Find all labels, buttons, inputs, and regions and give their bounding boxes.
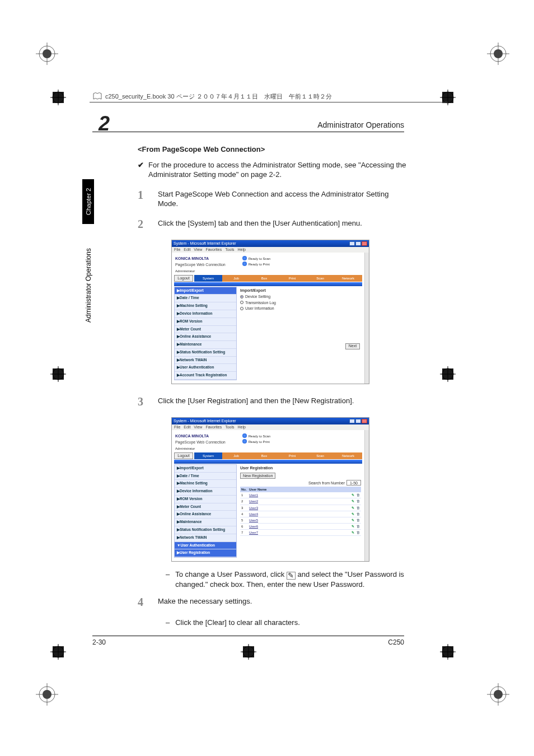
checkmark-icon: ✔	[138, 160, 144, 180]
logo-wc: PageScope Web Connection	[175, 262, 226, 267]
logout-button[interactable]: Logout	[174, 452, 193, 459]
subheading: <From PageScope Web Connection>	[138, 144, 406, 155]
minimize-icon	[349, 241, 355, 246]
table-row: 7User7✎🗑	[240, 529, 361, 535]
book-icon	[93, 92, 102, 101]
delete-icon[interactable]: 🗑	[357, 519, 360, 522]
pencil-icon: ✎	[287, 572, 296, 580]
screenshot-2: System - Microsoft Internet Explorer Fil…	[171, 417, 369, 562]
page-footer: 2-30 C250	[92, 636, 404, 646]
window-controls[interactable]	[349, 241, 367, 246]
edit-icon[interactable]: ✎	[352, 531, 354, 534]
step4-num: 4	[138, 595, 149, 610]
radio-transmission-log[interactable]: Transmission Log	[240, 300, 361, 305]
step3-num: 3	[138, 394, 149, 409]
range-select[interactable]: 1-50	[346, 480, 361, 486]
step3-text: Click the [User Registration] and then t…	[158, 394, 354, 409]
delete-icon[interactable]: 🗑	[357, 493, 360, 497]
edit-icon[interactable]: ✎	[352, 512, 354, 516]
step1-text: Start PageScope Web Connection and acces…	[158, 188, 406, 209]
panel-heading: Import/Export	[240, 288, 361, 293]
section-title: Administrator Operations	[317, 120, 404, 129]
side-tab-chapter: Chapter 2	[82, 179, 94, 224]
sub3a-text: To change a User Password, click ✎ and s…	[175, 570, 406, 589]
check-text: For the procedure to access the Administ…	[148, 160, 406, 180]
scrollbar[interactable]	[364, 253, 369, 384]
sub4a-dash: –	[166, 618, 170, 628]
delete-icon[interactable]: 🗑	[357, 525, 360, 528]
table-row: 4User4✎🗑	[240, 511, 361, 517]
next-button[interactable]: Next	[345, 343, 360, 349]
edit-icon[interactable]: ✎	[352, 506, 354, 510]
radio-device-setting[interactable]: Device Setting	[240, 294, 361, 299]
cropmark-tl	[50, 90, 66, 105]
user-table: No.User Name 1User1✎🗑 2User2✎🗑 3User3✎🗑 …	[240, 487, 361, 536]
running-header: c250_security_E.book 30 ページ ２００７年４月１１日 水…	[90, 91, 448, 102]
win-title: System - Microsoft Internet Explorer	[174, 241, 236, 246]
tab-box[interactable]: Box	[250, 275, 278, 282]
tab-print[interactable]: Print	[278, 275, 306, 282]
delete-icon[interactable]: 🗑	[357, 531, 360, 534]
delete-icon[interactable]: 🗑	[357, 512, 360, 516]
edit-icon[interactable]: ✎	[352, 525, 354, 528]
step2-text: Click the [System] tab and then the [Use…	[158, 217, 362, 232]
new-registration-button[interactable]: New Registration	[240, 473, 275, 479]
status-icon-print	[242, 262, 247, 266]
panel-heading: User Registration	[240, 465, 273, 470]
page-number: 2-30	[92, 638, 106, 646]
search-label: Search from Number	[308, 480, 345, 486]
maximize-icon	[355, 241, 361, 246]
delete-icon[interactable]: 🗑	[357, 506, 360, 510]
status-icon-scan	[242, 256, 247, 260]
side-tab-label: Administrator Operations	[82, 241, 94, 330]
model: C250	[388, 638, 404, 646]
tab-scan[interactable]: Scan	[306, 275, 334, 282]
logo-km: KONICA MINOLTA	[175, 256, 226, 261]
sub3a-dash: –	[166, 570, 170, 589]
sidemenu[interactable]: ▶Import/Export ▶Date / Time ▶Machine Set…	[174, 287, 237, 380]
step4-text: Make the necessary settings.	[158, 595, 252, 610]
scrollbar[interactable]	[364, 430, 369, 561]
edit-icon[interactable]: ✎	[352, 500, 354, 503]
close-icon	[362, 241, 367, 246]
window-controls[interactable]	[349, 419, 367, 423]
delete-icon[interactable]: 🗑	[357, 500, 360, 503]
tab-network[interactable]: Network	[334, 275, 362, 282]
table-row: 5User5✎🗑	[240, 517, 361, 523]
logout-button[interactable]: Logout	[174, 275, 193, 282]
table-row: 6User6✎🗑	[240, 523, 361, 529]
tab-system[interactable]: System	[194, 275, 222, 282]
step2-num: 2	[138, 217, 149, 232]
table-row: 1User1✎🗑	[240, 492, 361, 498]
radio-user-information[interactable]: User Information	[240, 306, 361, 311]
tab-job[interactable]: Job	[222, 275, 250, 282]
table-row: 3User3✎🗑	[240, 505, 361, 511]
sub4a-text: Click the [Clear] to clear all character…	[175, 618, 300, 628]
title-rule	[92, 132, 404, 132]
edit-icon[interactable]: ✎	[352, 493, 354, 497]
ie-menubar[interactable]: FileEditViewFavoritesToolsHelp	[172, 247, 369, 253]
admin-label: Administrator	[172, 269, 364, 275]
table-row: 2User2✎🗑	[240, 498, 361, 505]
step1-num: 1	[138, 188, 149, 209]
screenshot-1: System - Microsoft Internet Explorer Fil…	[171, 240, 369, 384]
edit-icon[interactable]: ✎	[352, 519, 354, 522]
running-header-text: c250_security_E.book 30 ページ ２００７年４月１１日 水…	[105, 92, 332, 101]
